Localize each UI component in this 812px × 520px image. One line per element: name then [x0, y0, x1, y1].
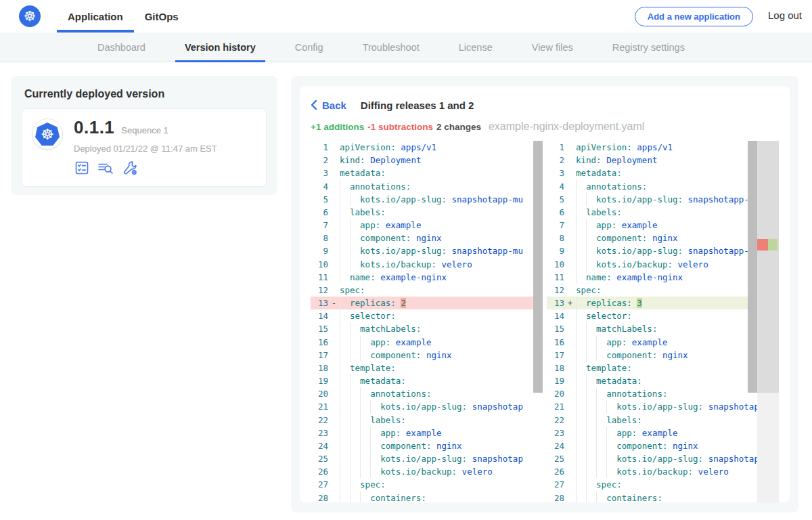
app-icon-badge: ☸	[32, 118, 63, 150]
scrollbar-thumb-modified[interactable]	[748, 141, 757, 393]
diff-line: 26kots.io/backup: velero	[311, 465, 543, 478]
diff-line: 7app: example	[311, 219, 543, 232]
diff-title: Diffing releases 1 and 2	[361, 100, 474, 111]
diff-line: 14selector:	[311, 309, 543, 322]
diff-line: 13+replicas: 3	[547, 297, 779, 309]
diff-line: 22labels:	[311, 414, 543, 427]
diff-line: 12spec:	[547, 284, 779, 297]
subnav-tab-config[interactable]: Config	[284, 32, 334, 62]
diff-card: Back Diffing releases 1 and 2 +1 additio…	[300, 86, 790, 502]
diff-line: 20annotations:	[311, 387, 543, 400]
currently-deployed-panel: Currently deployed version ☸ 0.1.1 Seque…	[11, 76, 277, 195]
diff-line: 25kots.io/app-slug: snapshotap	[547, 452, 779, 465]
deploy-logs-icon[interactable]	[97, 160, 114, 176]
diff-line: 24component: nginx	[311, 439, 543, 452]
diff-line: 24component: nginx	[547, 439, 779, 452]
back-button[interactable]: Back	[311, 100, 346, 111]
diff-panel-background: Back Diffing releases 1 and 2 +1 additio…	[291, 76, 798, 513]
diff-line: 4annotations:	[311, 180, 543, 193]
diff-line: 15matchLabels:	[547, 322, 779, 335]
subnav-tab-view-files[interactable]: View files	[521, 32, 584, 62]
add-application-button[interactable]: Add a new application	[635, 7, 753, 26]
kubernetes-logo-icon[interactable]: ☸	[19, 5, 41, 27]
diff-line: 3metadata:	[547, 167, 779, 179]
overview-ruler	[757, 141, 779, 502]
edit-config-icon[interactable]	[121, 160, 139, 176]
diff-line: 2kind: Deployment	[311, 154, 543, 167]
overview-ruler-track	[757, 141, 779, 393]
sequence-label: Sequence 1	[121, 125, 168, 135]
diff-line: 10kots.io/backup: velero	[547, 258, 779, 271]
diff-line: 18template:	[547, 362, 779, 374]
diff-line: 5kots.io/app-slug: snapshotapp-mu	[311, 193, 543, 206]
diff-line: 3metadata:	[311, 167, 543, 179]
diff-line: 4annotations:	[547, 180, 779, 193]
diff-line: 10kots.io/backup: velero	[311, 258, 543, 271]
diff-line: 7app: example	[547, 219, 779, 232]
preflight-checks-icon[interactable]	[74, 160, 90, 176]
diff-line: 17component: nginx	[547, 349, 779, 362]
diff-line: 27spec:	[547, 478, 779, 491]
diff-filename: example-nginx-deployment.yaml	[489, 121, 644, 133]
diff-line: 13-replicas: 2	[311, 297, 543, 309]
overview-ruler-addition-marker	[768, 239, 777, 251]
back-label: Back	[322, 100, 346, 111]
diff-editor-original[interactable]: 1apiVersion: apps/v12kind: Deployment3me…	[311, 141, 543, 502]
diff-line: 25kots.io/app-slug: snapshotap	[311, 452, 543, 465]
overview-ruler-deletion-marker	[757, 239, 768, 251]
logout-link[interactable]: Log out	[768, 9, 802, 21]
diff-line: 17component: nginx	[311, 349, 543, 362]
diff-line: 28containers:	[311, 492, 543, 502]
diff-line: 8component: nginx	[311, 232, 543, 244]
diff-line: 11name: example-nginx	[547, 271, 779, 284]
subnav-tab-license[interactable]: License	[448, 32, 503, 62]
diff-line: 22labels:	[547, 414, 779, 427]
diff-line: 16app: example	[311, 336, 543, 349]
chevron-left-icon	[311, 100, 317, 110]
subnav-tab-troubleshoot[interactable]: Troubleshoot	[352, 32, 430, 62]
changes-count: 2 changes	[436, 122, 481, 132]
subnav-tab-version-history[interactable]: Version history	[174, 32, 267, 62]
diff-line: 21kots.io/app-slug: snapshotap	[547, 400, 779, 413]
diff-line: 19metadata:	[547, 374, 779, 387]
diff-line: 6labels:	[547, 206, 779, 219]
diff-line: 9kots.io/app-slug: snapshotapp-mu	[547, 244, 779, 257]
diff-line: 8component: nginx	[547, 232, 779, 244]
diff-line: 26kots.io/backup: velero	[547, 465, 779, 478]
diff-line: 28containers:	[547, 492, 779, 502]
deployed-version-card: ☸ 0.1.1 Sequence 1 Deployed 01/21/22 @ 1…	[22, 108, 267, 187]
diff-line: 1apiVersion: apps/v1	[311, 141, 543, 154]
diff-line: 5kots.io/app-slug: snapshotapp-mu	[547, 193, 779, 206]
diff-line: 23app: example	[311, 427, 543, 439]
diff-line: 23app: example	[547, 427, 779, 439]
additions-count: +1 additions	[311, 122, 364, 132]
diff-line: 6labels:	[311, 206, 543, 219]
deployed-panel-title: Currently deployed version	[24, 88, 267, 100]
top-tabs: ApplicationGitOps	[57, 0, 189, 32]
diff-stats: +1 additions -1 subtractions 2 changes e…	[311, 121, 779, 134]
version-number: 0.1.1	[74, 117, 114, 138]
top-tab-gitops[interactable]: GitOps	[134, 0, 189, 32]
scrollbar-thumb-original[interactable]	[533, 141, 543, 393]
subnav-tab-registry-settings[interactable]: Registry settings	[602, 32, 696, 62]
diff-line: 14selector:	[547, 309, 779, 322]
code-lines-modified: 1apiVersion: apps/v12kind: Deployment3me…	[547, 141, 779, 502]
app-subnav: DashboardVersion historyConfigTroublesho…	[0, 32, 812, 62]
diff-line: 16app: example	[547, 336, 779, 349]
diff-line: 9kots.io/app-slug: snapshotapp-mu	[311, 244, 543, 257]
diff-line: 11name: example-nginx	[311, 271, 543, 284]
diff-line: 27spec:	[311, 478, 543, 491]
code-lines-original: 1apiVersion: apps/v12kind: Deployment3me…	[311, 141, 543, 502]
diff-line: 19metadata:	[311, 374, 543, 387]
top-tab-application[interactable]: Application	[57, 0, 134, 32]
subnav-tab-dashboard[interactable]: Dashboard	[87, 32, 156, 62]
top-navigation: ☸ ApplicationGitOps Add a new applicatio…	[0, 0, 812, 32]
diff-line: 20annotations:	[547, 387, 779, 400]
diff-line: 2kind: Deployment	[547, 154, 779, 167]
diff-editor-modified[interactable]: 1apiVersion: apps/v12kind: Deployment3me…	[547, 141, 779, 502]
diff-line: 1apiVersion: apps/v1	[547, 141, 779, 154]
diff-line: 12spec:	[311, 284, 543, 297]
diff-editors: 1apiVersion: apps/v12kind: Deployment3me…	[311, 141, 779, 502]
subtractions-count: -1 subtractions	[367, 122, 433, 132]
kubernetes-app-icon: ☸	[35, 123, 60, 146]
